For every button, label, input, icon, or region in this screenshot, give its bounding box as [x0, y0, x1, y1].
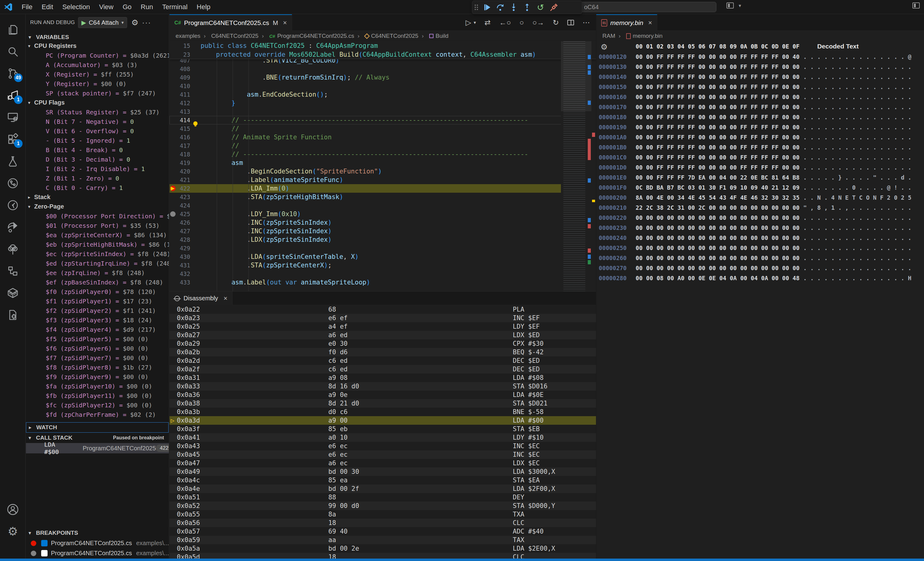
- launch-config-dropdown[interactable]: ▶ C64 Attach ▾: [78, 17, 127, 28]
- disasm-row[interactable]: 0x0a2f c6 ed DEC $ED: [170, 365, 596, 374]
- breadcrumb-item[interactable]: Build: [418, 33, 448, 39]
- disasm-row[interactable]: 0x0a2d c6 ed DEC $ED: [170, 356, 596, 365]
- variable-row[interactable]: ▸ Stack: [26, 192, 169, 202]
- settings-gear-icon[interactable]: ⚙: [0, 522, 26, 541]
- variable-row[interactable]: $f7 (zpSidPlayer7) = $00 (0): [26, 353, 169, 363]
- disasm-row[interactable]: 0x0a4c 85 ea STA $EA: [170, 476, 596, 484]
- search-view-icon[interactable]: [0, 42, 26, 61]
- disasm-row[interactable]: 0x0a3b d0 c6 BNE $-58: [170, 408, 596, 416]
- status-bar[interactable]: [0, 558, 924, 561]
- hex-row[interactable]: 00000170 00 00 FF FF FF FF 00 00 00 00 F…: [596, 102, 924, 112]
- disasm-row[interactable]: 0x0a22 68 PLA: [170, 305, 596, 314]
- variable-row[interactable]: Y (Register) = $00 (0): [26, 79, 169, 88]
- variable-row[interactable]: $fb (zpSidPlayer11) = $00 (0): [26, 391, 169, 400]
- variables-section-header[interactable]: ▾ VARIABLES: [26, 32, 169, 42]
- disasm-row[interactable]: 0x0a59 aa TAX: [170, 536, 596, 544]
- breadcrumb-item[interactable]: examples: [176, 33, 200, 39]
- variable-row[interactable]: $f1 (zpSidPlayer1) = $17 (23): [26, 296, 169, 306]
- disasm-row[interactable]: 0x0a4e bd 00 2f LDA $2F00,X: [170, 484, 596, 493]
- variable-row[interactable]: $ec (zpSpriteSinIndex) = $f8 (248): [26, 249, 169, 258]
- run-debug-icon[interactable]: 1: [0, 86, 26, 105]
- variable-row[interactable]: ▾ CPU Flags: [26, 98, 169, 107]
- menu-item[interactable]: Selection: [58, 0, 94, 14]
- nav-circle-icon[interactable]: ○: [519, 18, 524, 27]
- hex-row[interactable]: 000001F0 0C BD BA B7 BC 03 01 30 F1 09 1…: [596, 182, 924, 192]
- code-line[interactable]: 419 asm: [170, 159, 596, 167]
- restart-button[interactable]: ↺: [536, 3, 545, 12]
- run-dropdown-icon[interactable]: ▾: [474, 20, 476, 25]
- variable-row[interactable]: D (Bit 3 - Decimal) = 0: [26, 154, 169, 164]
- variable-row[interactable]: $ee (zpIrqLine) = $f8 (248): [26, 268, 169, 278]
- tab-program-cs[interactable]: C# ProgramC64NETConf2025.cs M ×: [170, 14, 292, 31]
- menu-item[interactable]: Edit: [37, 0, 58, 14]
- makefile-tools-icon[interactable]: [0, 305, 26, 325]
- variable-row[interactable]: $f5 (zpSidPlayer5) = $00 (0): [26, 334, 169, 344]
- code-line[interactable]: 430 .LDA(spriteSinCenterTable, X): [170, 252, 596, 261]
- variable-row[interactable]: $f2 (zpSidPlayer2) = $f1 (241): [26, 306, 169, 315]
- code-line[interactable]: 415 //: [170, 124, 596, 133]
- disasm-row[interactable]: 0x0a57 69 40 ADC #$40: [170, 527, 596, 536]
- more-actions-icon[interactable]: ⋯: [583, 18, 590, 27]
- extensions-icon[interactable]: 1: [0, 130, 26, 149]
- hierarchy-icon[interactable]: [0, 261, 26, 281]
- hex-row[interactable]: 000001B0 00 00 FF FF FF FF 00 00 00 00 F…: [596, 142, 924, 152]
- variable-row[interactable]: $fa (zpSidPlayer10) = $00 (0): [26, 381, 169, 391]
- breakpoint-row[interactable]: ProgramC64NETConf2025.cs examples\... 42…: [26, 538, 169, 548]
- disasm-row[interactable]: 0x0a36 a9 0e LDA #$0E: [170, 391, 596, 399]
- code-line[interactable]: 431 .STA(zpSpriteCenterX);: [170, 261, 596, 270]
- code-line[interactable]: 418 // ---------------------------------…: [170, 150, 596, 159]
- step-out-button[interactable]: [522, 3, 532, 12]
- source-control-icon[interactable]: 49: [0, 64, 26, 83]
- variable-row[interactable]: SP (stack pointer) = $f7 (247): [26, 88, 169, 98]
- disconnect-button[interactable]: [549, 3, 558, 12]
- variable-row[interactable]: $f8 (zpSidPlayer8) = $1b (27): [26, 363, 169, 372]
- code-line[interactable]: 417 //: [170, 141, 596, 150]
- tab-memory-bin[interactable]: 01 memory.bin ×: [596, 14, 657, 31]
- variable-row[interactable]: $f4 (zpSidPlayer4) = $d9 (217): [26, 325, 169, 334]
- variable-row[interactable]: - (Bit 5 - Ignored) = 1: [26, 136, 169, 145]
- code-line[interactable]: 433 asm.Label(out var animateSpriteLoop): [170, 278, 596, 286]
- disasm-row[interactable]: 0x0a45 e6 ec INC $EC: [170, 450, 596, 459]
- code-line[interactable]: 425 .LDY_Imm(0x10): [170, 210, 596, 218]
- panel-layout-icon[interactable]: [912, 3, 920, 9]
- start-debug-icon[interactable]: ▶: [81, 19, 86, 26]
- disasm-row[interactable]: 0x0a55 8a TXA: [170, 510, 596, 519]
- close-icon[interactable]: ×: [224, 294, 227, 303]
- variable-row[interactable]: ▾ CPU Registers: [26, 41, 169, 51]
- menu-item[interactable]: Run: [136, 0, 158, 14]
- disasm-row[interactable]: 0x0a5d 18 CLC: [170, 553, 596, 558]
- variable-row[interactable]: $f6 (zpSidPlayer6) = $00 (0): [26, 344, 169, 353]
- variable-row[interactable]: ▾ Zero-Page: [26, 202, 169, 211]
- disasm-row[interactable]: 0x0a5a bd 00 2e LDA $2E00,X: [170, 544, 596, 553]
- disasm-row[interactable]: 0x0a31 a9 08 LDA #$08: [170, 374, 596, 382]
- code-line[interactable]: 423 .STA(zpSpriteHighBitMask): [170, 193, 596, 201]
- hex-row[interactable]: 00000240 00 00 00 00 00 00 00 00 00 00 0…: [596, 232, 924, 243]
- step-into-button[interactable]: [509, 3, 518, 12]
- disasm-row[interactable]: 0x0a2b f0 d6 BEQ $-42: [170, 348, 596, 356]
- hex-row[interactable]: 00000200 8A 00 4E 00 34 4E 45 54 43 4F 4…: [596, 192, 924, 202]
- panel-more-icon[interactable]: ···: [142, 18, 151, 27]
- run-file-icon[interactable]: ▷: [465, 18, 471, 27]
- tab-disassembly[interactable]: Disassembly ×: [170, 291, 232, 305]
- code-line[interactable]: 413: [170, 107, 596, 116]
- variable-row[interactable]: A (Accumulator) = $03 (3): [26, 60, 169, 69]
- hex-row[interactable]: 00000120 00 00 FF FF FF FF 00 00 00 00 F…: [596, 51, 924, 62]
- watch-section-header[interactable]: ▸ WATCH: [26, 422, 169, 433]
- variable-row[interactable]: PC (Program Counter) = $0a3d (2621): [26, 51, 169, 60]
- code-line[interactable]: 411 asm.EndCodeSection();: [170, 90, 596, 99]
- breadcrumb-item[interactable]: C64NETConf2025: [200, 33, 258, 39]
- menu-item[interactable]: Go: [118, 0, 136, 14]
- variable-row[interactable]: C (Bit 0 - Carry) = 1: [26, 183, 169, 192]
- commit-graph-icon[interactable]: [0, 195, 26, 215]
- minimap[interactable]: [561, 41, 591, 291]
- hex-row[interactable]: 000001E0 00 00 FF FF FF 7D EA 00 04 00 2…: [596, 172, 924, 182]
- nav-forward-circle-icon[interactable]: ○→: [532, 18, 544, 27]
- hex-row[interactable]: 00000190 00 00 FF FF FF FF 00 00 00 00 F…: [596, 122, 924, 132]
- code-line[interactable]: 432: [170, 270, 596, 278]
- breadcrumb-item[interactable]: C64NETConf2025: [354, 33, 418, 39]
- variable-row[interactable]: $ed (zpStartingIrqLine) = $f8 (248): [26, 258, 169, 268]
- code-line[interactable]: 428 .LDX(zpSpriteSinIndex): [170, 236, 596, 244]
- disasm-row[interactable]: 0x0a49 bd 00 30 LDA $3000,X: [170, 467, 596, 476]
- disasm-row[interactable]: 0x0a38 8d 21 d0 STA $D021: [170, 399, 596, 408]
- code-line[interactable]: 420 .BeginCodeSection("SpriteFunction"): [170, 167, 596, 176]
